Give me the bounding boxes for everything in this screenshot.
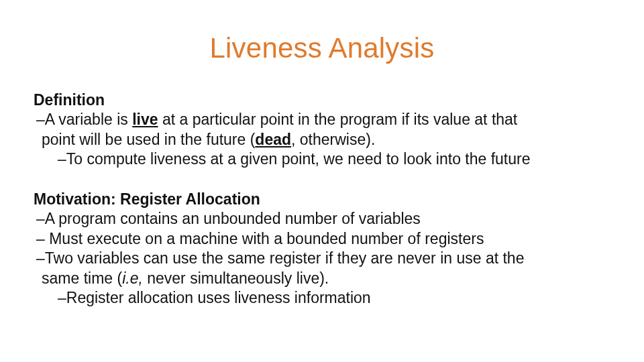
keyword-live: live	[132, 111, 158, 128]
motivation-line-3b: same time (i.e, never simultaneously liv…	[34, 269, 617, 288]
slide: Liveness Analysis Definition –A variable…	[0, 0, 644, 362]
spacer	[34, 170, 617, 190]
text: at a particular point in the program if …	[158, 111, 518, 128]
motivation-heading: Motivation: Register Allocation	[34, 190, 617, 209]
text: point will be used in the future (	[42, 131, 255, 148]
text: , otherwise).	[291, 131, 375, 148]
italic-ie: i.e,	[122, 269, 143, 287]
motivation-line-4: –Register allocation uses liveness infor…	[58, 288, 617, 308]
text: –A variable is	[36, 111, 132, 128]
motivation-line-2: – Must execute on a machine with a bound…	[36, 229, 617, 249]
definition-line-2: point will be used in the future (dead, …	[34, 130, 617, 149]
motivation-line-3a: –Two variables can use the same register…	[36, 249, 617, 268]
definition-line-1: –A variable is live at a particular poin…	[36, 110, 617, 129]
slide-body: Definition –A variable is live at a part…	[34, 90, 617, 308]
slide-title: Liveness Analysis	[0, 34, 644, 63]
text: never simultaneously live).	[143, 269, 329, 287]
motivation-line-1: –A program contains an unbounded number …	[36, 209, 617, 229]
definition-line-3: –To compute liveness at a given point, w…	[58, 149, 617, 169]
definition-heading: Definition	[34, 90, 617, 110]
keyword-dead: dead	[255, 131, 291, 148]
text: same time (	[42, 269, 122, 287]
